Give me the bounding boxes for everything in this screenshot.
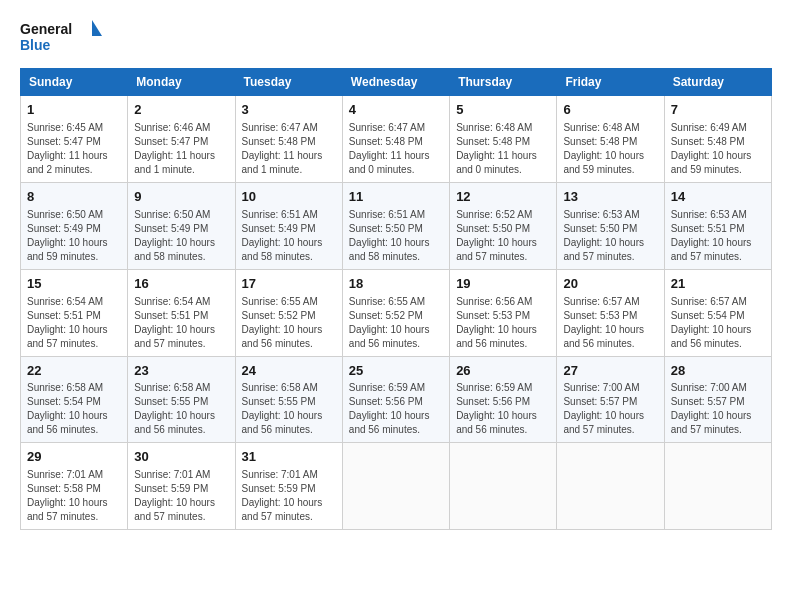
calendar-cell: 6Sunrise: 6:48 AM Sunset: 5:48 PM Daylig… <box>557 96 664 183</box>
day-info: Sunrise: 7:01 AM Sunset: 5:59 PM Dayligh… <box>242 468 336 524</box>
day-number: 22 <box>27 362 121 381</box>
day-info: Sunrise: 6:54 AM Sunset: 5:51 PM Dayligh… <box>134 295 228 351</box>
day-number: 5 <box>456 101 550 120</box>
calendar-cell <box>342 443 449 530</box>
day-info: Sunrise: 7:00 AM Sunset: 5:57 PM Dayligh… <box>671 381 765 437</box>
day-info: Sunrise: 6:58 AM Sunset: 5:55 PM Dayligh… <box>242 381 336 437</box>
day-number: 15 <box>27 275 121 294</box>
day-info: Sunrise: 6:49 AM Sunset: 5:48 PM Dayligh… <box>671 121 765 177</box>
calendar-cell: 10Sunrise: 6:51 AM Sunset: 5:49 PM Dayli… <box>235 182 342 269</box>
calendar-body: 1Sunrise: 6:45 AM Sunset: 5:47 PM Daylig… <box>21 96 772 530</box>
calendar-cell: 7Sunrise: 6:49 AM Sunset: 5:48 PM Daylig… <box>664 96 771 183</box>
week-row-2: 8Sunrise: 6:50 AM Sunset: 5:49 PM Daylig… <box>21 182 772 269</box>
calendar-cell: 29Sunrise: 7:01 AM Sunset: 5:58 PM Dayli… <box>21 443 128 530</box>
day-info: Sunrise: 6:47 AM Sunset: 5:48 PM Dayligh… <box>349 121 443 177</box>
day-info: Sunrise: 6:58 AM Sunset: 5:55 PM Dayligh… <box>134 381 228 437</box>
calendar-cell: 22Sunrise: 6:58 AM Sunset: 5:54 PM Dayli… <box>21 356 128 443</box>
weekday-header-row: SundayMondayTuesdayWednesdayThursdayFrid… <box>21 69 772 96</box>
svg-marker-2 <box>92 20 102 36</box>
calendar-cell: 31Sunrise: 7:01 AM Sunset: 5:59 PM Dayli… <box>235 443 342 530</box>
day-number: 3 <box>242 101 336 120</box>
calendar-cell: 5Sunrise: 6:48 AM Sunset: 5:48 PM Daylig… <box>450 96 557 183</box>
calendar-cell: 28Sunrise: 7:00 AM Sunset: 5:57 PM Dayli… <box>664 356 771 443</box>
day-info: Sunrise: 6:55 AM Sunset: 5:52 PM Dayligh… <box>242 295 336 351</box>
day-info: Sunrise: 6:54 AM Sunset: 5:51 PM Dayligh… <box>27 295 121 351</box>
day-info: Sunrise: 6:47 AM Sunset: 5:48 PM Dayligh… <box>242 121 336 177</box>
day-info: Sunrise: 6:51 AM Sunset: 5:49 PM Dayligh… <box>242 208 336 264</box>
calendar-cell: 14Sunrise: 6:53 AM Sunset: 5:51 PM Dayli… <box>664 182 771 269</box>
day-number: 12 <box>456 188 550 207</box>
weekday-monday: Monday <box>128 69 235 96</box>
calendar-cell: 23Sunrise: 6:58 AM Sunset: 5:55 PM Dayli… <box>128 356 235 443</box>
day-number: 20 <box>563 275 657 294</box>
calendar-cell: 20Sunrise: 6:57 AM Sunset: 5:53 PM Dayli… <box>557 269 664 356</box>
weekday-friday: Friday <box>557 69 664 96</box>
day-number: 13 <box>563 188 657 207</box>
day-info: Sunrise: 6:57 AM Sunset: 5:54 PM Dayligh… <box>671 295 765 351</box>
calendar-cell: 30Sunrise: 7:01 AM Sunset: 5:59 PM Dayli… <box>128 443 235 530</box>
day-info: Sunrise: 6:50 AM Sunset: 5:49 PM Dayligh… <box>134 208 228 264</box>
day-info: Sunrise: 6:51 AM Sunset: 5:50 PM Dayligh… <box>349 208 443 264</box>
day-number: 30 <box>134 448 228 467</box>
day-number: 27 <box>563 362 657 381</box>
day-number: 16 <box>134 275 228 294</box>
day-info: Sunrise: 6:48 AM Sunset: 5:48 PM Dayligh… <box>563 121 657 177</box>
header-row: General Blue <box>20 18 772 56</box>
day-info: Sunrise: 6:46 AM Sunset: 5:47 PM Dayligh… <box>134 121 228 177</box>
week-row-3: 15Sunrise: 6:54 AM Sunset: 5:51 PM Dayli… <box>21 269 772 356</box>
weekday-saturday: Saturday <box>664 69 771 96</box>
calendar-cell: 3Sunrise: 6:47 AM Sunset: 5:48 PM Daylig… <box>235 96 342 183</box>
calendar-cell: 17Sunrise: 6:55 AM Sunset: 5:52 PM Dayli… <box>235 269 342 356</box>
day-number: 24 <box>242 362 336 381</box>
weekday-tuesday: Tuesday <box>235 69 342 96</box>
day-info: Sunrise: 6:48 AM Sunset: 5:48 PM Dayligh… <box>456 121 550 177</box>
day-number: 25 <box>349 362 443 381</box>
calendar-cell <box>557 443 664 530</box>
logo-icon: General Blue <box>20 18 110 56</box>
day-number: 9 <box>134 188 228 207</box>
day-number: 29 <box>27 448 121 467</box>
week-row-1: 1Sunrise: 6:45 AM Sunset: 5:47 PM Daylig… <box>21 96 772 183</box>
day-info: Sunrise: 6:58 AM Sunset: 5:54 PM Dayligh… <box>27 381 121 437</box>
day-number: 28 <box>671 362 765 381</box>
day-info: Sunrise: 6:55 AM Sunset: 5:52 PM Dayligh… <box>349 295 443 351</box>
calendar-cell: 4Sunrise: 6:47 AM Sunset: 5:48 PM Daylig… <box>342 96 449 183</box>
svg-text:General: General <box>20 21 72 37</box>
logo: General Blue <box>20 18 110 56</box>
calendar-cell: 9Sunrise: 6:50 AM Sunset: 5:49 PM Daylig… <box>128 182 235 269</box>
weekday-sunday: Sunday <box>21 69 128 96</box>
day-number: 21 <box>671 275 765 294</box>
day-info: Sunrise: 7:01 AM Sunset: 5:59 PM Dayligh… <box>134 468 228 524</box>
day-info: Sunrise: 6:53 AM Sunset: 5:51 PM Dayligh… <box>671 208 765 264</box>
svg-text:Blue: Blue <box>20 37 51 53</box>
weekday-wednesday: Wednesday <box>342 69 449 96</box>
day-info: Sunrise: 6:57 AM Sunset: 5:53 PM Dayligh… <box>563 295 657 351</box>
day-info: Sunrise: 6:50 AM Sunset: 5:49 PM Dayligh… <box>27 208 121 264</box>
day-number: 6 <box>563 101 657 120</box>
day-number: 7 <box>671 101 765 120</box>
day-number: 31 <box>242 448 336 467</box>
calendar-table: SundayMondayTuesdayWednesdayThursdayFrid… <box>20 68 772 530</box>
day-info: Sunrise: 7:00 AM Sunset: 5:57 PM Dayligh… <box>563 381 657 437</box>
calendar-cell: 1Sunrise: 6:45 AM Sunset: 5:47 PM Daylig… <box>21 96 128 183</box>
week-row-4: 22Sunrise: 6:58 AM Sunset: 5:54 PM Dayli… <box>21 356 772 443</box>
calendar-cell: 18Sunrise: 6:55 AM Sunset: 5:52 PM Dayli… <box>342 269 449 356</box>
day-number: 17 <box>242 275 336 294</box>
day-number: 1 <box>27 101 121 120</box>
day-info: Sunrise: 6:59 AM Sunset: 5:56 PM Dayligh… <box>456 381 550 437</box>
calendar-cell: 27Sunrise: 7:00 AM Sunset: 5:57 PM Dayli… <box>557 356 664 443</box>
week-row-5: 29Sunrise: 7:01 AM Sunset: 5:58 PM Dayli… <box>21 443 772 530</box>
day-number: 26 <box>456 362 550 381</box>
day-number: 11 <box>349 188 443 207</box>
calendar-cell: 21Sunrise: 6:57 AM Sunset: 5:54 PM Dayli… <box>664 269 771 356</box>
calendar-cell: 16Sunrise: 6:54 AM Sunset: 5:51 PM Dayli… <box>128 269 235 356</box>
weekday-thursday: Thursday <box>450 69 557 96</box>
day-number: 19 <box>456 275 550 294</box>
calendar-cell: 19Sunrise: 6:56 AM Sunset: 5:53 PM Dayli… <box>450 269 557 356</box>
day-info: Sunrise: 7:01 AM Sunset: 5:58 PM Dayligh… <box>27 468 121 524</box>
day-info: Sunrise: 6:52 AM Sunset: 5:50 PM Dayligh… <box>456 208 550 264</box>
page-container: General Blue SundayMondayTuesdayWednesda… <box>0 0 792 540</box>
calendar-cell: 24Sunrise: 6:58 AM Sunset: 5:55 PM Dayli… <box>235 356 342 443</box>
calendar-cell: 26Sunrise: 6:59 AM Sunset: 5:56 PM Dayli… <box>450 356 557 443</box>
day-info: Sunrise: 6:53 AM Sunset: 5:50 PM Dayligh… <box>563 208 657 264</box>
